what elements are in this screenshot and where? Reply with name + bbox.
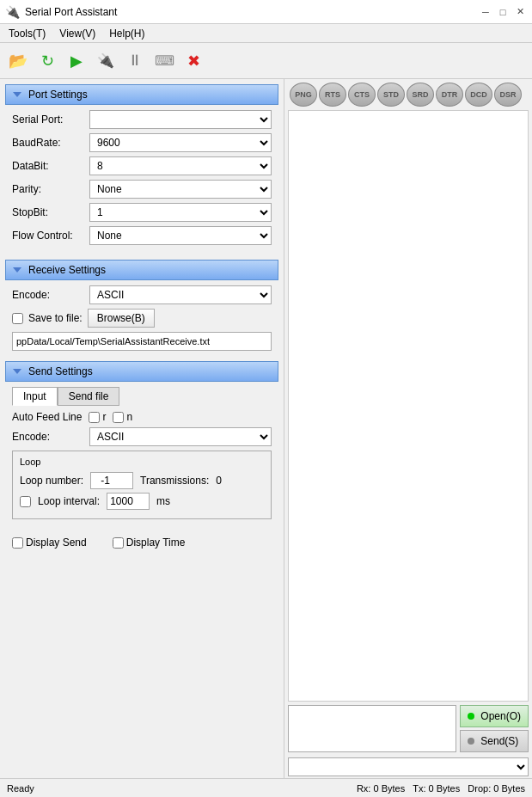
tab-input[interactable]: Input [12, 387, 58, 406]
bottom-dropdown[interactable] [288, 757, 529, 776]
signal-dtr[interactable]: DTR [436, 83, 463, 107]
receive-settings-title: Receive Settings [28, 264, 106, 276]
ms-label: ms [156, 495, 170, 507]
databit-select[interactable]: 8765 [89, 156, 272, 175]
baudrate-label: BaudRate: [12, 137, 89, 149]
loop-interval-label: Loop interval: [38, 495, 100, 507]
signal-srd[interactable]: SRD [407, 83, 434, 107]
loop-number-label: Loop number: [20, 475, 83, 487]
send-button[interactable]: Send(S) [460, 730, 529, 752]
check-r-checkbox[interactable] [89, 412, 100, 423]
send-textarea[interactable] [288, 705, 456, 752]
status-bar: Ready Rx: 0 Bytes Tx: 0 Bytes Drop: 0 By… [0, 778, 532, 797]
loop-number-input[interactable] [90, 472, 133, 489]
left-panel: Port Settings Serial Port: BaudRate: 960… [0, 79, 284, 778]
menu-help[interactable]: Help(H) [104, 27, 150, 40]
connect-icon: 🔌 [97, 52, 114, 69]
signal-cts[interactable]: CTS [348, 83, 376, 107]
parity-label: Parity: [12, 183, 89, 195]
send-settings-header: Send Settings [5, 361, 278, 382]
serial-port-row: Serial Port: [12, 110, 272, 129]
send-tabs-row: Input Send file [12, 387, 272, 406]
save-to-file-checkbox[interactable] [12, 313, 23, 324]
keyboard-button[interactable]: ⌨ [151, 48, 177, 74]
menu-view[interactable]: View(V) [54, 27, 101, 40]
stopbit-select[interactable]: 11.52 [89, 203, 272, 222]
loop-title: Loop [20, 457, 264, 467]
display-send-label: Display Send [26, 536, 87, 549]
signal-png[interactable]: PNG [290, 83, 317, 107]
send-button-label: Send(S) [480, 735, 518, 747]
auto-feed-row: Auto Feed Line r n [12, 411, 272, 423]
play-icon: ▶ [70, 52, 83, 71]
receive-settings-triangle [13, 267, 21, 273]
display-time-checkbox[interactable] [113, 537, 124, 549]
stop-button[interactable]: ✖ [180, 48, 206, 74]
play-button[interactable]: ▶ [64, 48, 89, 74]
status-ready: Ready [7, 783, 34, 794]
signal-rts[interactable]: RTS [319, 83, 346, 107]
signal-dcd[interactable]: DCD [465, 83, 492, 107]
flowcontrol-select[interactable]: NoneHardwareSoftware [89, 226, 272, 245]
port-settings-section: Port Settings Serial Port: BaudRate: 960… [5, 84, 278, 254]
send-encode-label: Encode: [12, 431, 89, 443]
file-path-input[interactable] [12, 332, 272, 351]
signal-std[interactable]: STD [377, 83, 405, 107]
display-time-label: Display Time [126, 536, 186, 549]
stopbit-label: StopBit: [12, 206, 89, 218]
status-tx: Tx: 0 Bytes [413, 783, 460, 794]
send-settings-body: Input Send file Auto Feed Line r n Encod [5, 382, 278, 524]
loop-interval-input[interactable] [107, 493, 150, 510]
send-area-container: Open(O) Send(S) [288, 705, 529, 752]
open-file-icon: 📂 [9, 52, 28, 71]
check-n-label: n [126, 411, 132, 423]
receive-encode-label: Encode: [12, 289, 89, 301]
open-button[interactable]: Open(O) [460, 705, 529, 727]
status-rx: Rx: 0 Bytes [357, 783, 405, 794]
flowcontrol-row: Flow Control: NoneHardwareSoftware [12, 226, 272, 245]
refresh-button[interactable]: ↻ [34, 48, 60, 74]
baudrate-select[interactable]: 9600120024004800192003840057600115200 [89, 133, 272, 152]
close-button[interactable]: ✕ [513, 5, 527, 19]
display-time-item: Display Time [113, 536, 186, 549]
right-panel: PNG RTS CTS STD SRD DTR DCD DSR Open(O) … [284, 79, 532, 778]
display-send-checkbox[interactable] [12, 537, 23, 549]
display-send-item: Display Send [12, 536, 87, 549]
title-bar-controls: ─ □ ✕ [479, 5, 527, 19]
send-buttons: Open(O) Send(S) [460, 705, 529, 752]
status-stats: Rx: 0 Bytes Tx: 0 Bytes Drop: 0 Bytes [357, 783, 525, 794]
send-encode-select[interactable]: ASCIIHEXUTF-8 [89, 427, 272, 446]
refresh-icon: ↻ [41, 52, 54, 71]
parity-select[interactable]: NoneOddEvenMarkSpace [89, 180, 272, 199]
loop-interval-checkbox[interactable] [20, 496, 31, 507]
title-bar-left: 🔌 Serial Port Assistant [5, 5, 117, 19]
receive-settings-body: Encode: ASCIIHEXUTF-8 Save to file: Brow… [5, 280, 278, 356]
title-bar: 🔌 Serial Port Assistant ─ □ ✕ [0, 0, 532, 24]
signal-dsr[interactable]: DSR [494, 83, 522, 107]
loop-box: Loop Loop number: Transmissions: 0 Loop … [12, 451, 272, 519]
tab-send-file[interactable]: Send file [58, 387, 120, 406]
main-content: Port Settings Serial Port: BaudRate: 960… [0, 79, 532, 778]
receive-encode-row: Encode: ASCIIHEXUTF-8 [12, 285, 272, 304]
serial-port-select[interactable] [89, 110, 272, 129]
send-encode-row: Encode: ASCIIHEXUTF-8 [12, 427, 272, 446]
status-drop: Drop: 0 Bytes [468, 783, 525, 794]
port-settings-triangle [13, 92, 21, 97]
browse-button[interactable]: Browse(B) [88, 309, 155, 328]
loop-number-row: Loop number: Transmissions: 0 [20, 472, 264, 489]
bottom-checks: Display Send Display Time [5, 530, 278, 555]
app-icon: 🔌 [5, 5, 20, 19]
pause-button[interactable]: ⏸ [122, 48, 148, 74]
check-r-item: r [89, 411, 106, 423]
receive-encode-select[interactable]: ASCIIHEXUTF-8 [89, 285, 272, 304]
send-settings-triangle [13, 369, 21, 374]
keyboard-icon: ⌨ [155, 52, 174, 69]
maximize-button[interactable]: □ [496, 5, 510, 19]
minimize-button[interactable]: ─ [479, 5, 492, 19]
connect-button[interactable]: 🔌 [93, 48, 119, 74]
open-file-button[interactable]: 📂 [5, 48, 31, 74]
check-n-checkbox[interactable] [113, 412, 124, 423]
receive-settings-section: Receive Settings Encode: ASCIIHEXUTF-8 S… [5, 260, 278, 356]
menu-tools[interactable]: Tools(T) [3, 27, 51, 40]
app-title: Serial Port Assistant [25, 6, 117, 18]
